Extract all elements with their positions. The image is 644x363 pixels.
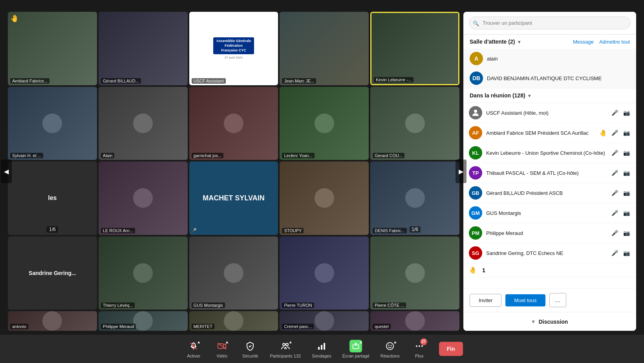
video-cell-meritet: MERITET [189, 311, 278, 331]
mute-status-uscf: 🎤 [610, 108, 619, 117]
hand-count-row: 🤚 1 [463, 263, 636, 277]
share-icon: ▲ [349, 340, 362, 352]
participant-uscf: USCF Assistant (Hôte, moi) 🎤 📷 [463, 103, 636, 123]
avatar-amblard-sidebar: AF [469, 126, 482, 139]
participant-gerard-sidebar: GB Gérard BILLAUD Président ASCB 🎤 📷 [463, 183, 636, 203]
svg-point-15 [416, 345, 417, 347]
reactions-label: Réactions [381, 354, 400, 358]
participant-name-gerard-sidebar: Gérard BILLAUD Président ASCB [486, 190, 606, 196]
video-cell-thierry: Thierry Lévéq... [99, 236, 188, 310]
participants-btn[interactable]: ▲ Participants 132 [266, 337, 305, 361]
discussion-bar[interactable]: ▾ Discussion [463, 312, 636, 331]
participant-name-sylvain: Sylvain H. et ... [10, 153, 43, 158]
participant-name-leclerc: Leclerc Yoan... [282, 153, 314, 158]
participant-name-uscf-sidebar: USCF Assistant (Hôte, moi) [486, 110, 606, 116]
video-status-uscf: 📷 [622, 108, 631, 117]
more-options-button[interactable]: ... [549, 293, 566, 307]
search-input[interactable] [469, 16, 631, 29]
video-grid: 🤚 Amblard Fabrice... Gérard BILLAUD... A… [8, 12, 459, 331]
participant-kevin-sidebar: KL Kevin Lebeurre - Union Sportive Chemi… [463, 143, 636, 163]
video-icon-philippe: 📷 [622, 229, 631, 237]
search-area [463, 12, 636, 35]
svg-point-17 [421, 345, 423, 347]
video-cell-garnichat: garnichat jos... [189, 87, 278, 160]
participant-name-uscf: USCF Assistant [192, 78, 226, 84]
waiting-name-david: DAVID BENJAMIN ATLANTIQUE DTC CYCLISME [487, 75, 602, 81]
meeting-chevron-icon[interactable]: ▾ [528, 93, 531, 99]
video-cell-kevin: Kevin Lebeurre -... [370, 12, 459, 85]
reactions-btn[interactable]: ▲ Réactions [377, 337, 404, 361]
video-cell-questel: questel [370, 311, 459, 331]
philippe-icons: 🎤 📷 [610, 229, 631, 237]
video-cell-denis: DENIS Fabric... 1/6 [370, 161, 459, 235]
share-label: Écran partagé [342, 354, 370, 358]
svg-point-14 [391, 345, 392, 346]
more-badge: 27 [420, 338, 427, 345]
page-indicator-left: 1/6 [47, 226, 58, 233]
admit-all-link[interactable]: Admettre tout [599, 39, 630, 45]
share-caret: ▲ [359, 340, 363, 344]
video-cell-leroux: LE ROUX Arn... [99, 161, 188, 235]
participant-name-thierry: Thierry Lévéq... [101, 302, 135, 308]
waiting-room-section: Salle d'attente (2) ▾ Message Admettre t… [463, 35, 636, 88]
participant-name-questel: questel [373, 324, 390, 329]
more-btn[interactable]: 27 Plus [407, 337, 432, 361]
video-cell-machet: MACHET SYLVAIN 🎤 [189, 161, 278, 235]
participant-name-sandrine-sidebar: Sandrine Gering, DTC Echecs NE [486, 250, 606, 256]
svg-point-7 [286, 343, 288, 346]
activate-btn[interactable]: ▲ Activer [181, 337, 206, 361]
participant-thibault-sidebar: TP Thibault PASCAL - SEM & ATL (Co-hôte)… [463, 163, 636, 183]
more-icon: 27 [413, 340, 426, 352]
waiting-room-title: Salle d'attente (2) ▾ [470, 38, 520, 45]
mic-icon-gerard: 🎤 [610, 189, 619, 197]
hand-raised-icon: 🤚 [10, 14, 19, 23]
video-icon-amblard: 📷 [622, 128, 631, 137]
svg-point-0 [474, 110, 477, 113]
participants-label: Participants 132 [270, 354, 301, 358]
waiting-chevron-icon[interactable]: ▾ [518, 39, 520, 45]
video-cell-les: les 1/6 [8, 161, 97, 235]
waiting-room-actions: Message Admettre tout [573, 39, 630, 45]
avatar-gus-sidebar: GM [469, 206, 482, 220]
video-btn[interactable]: ▲ Vidéo [209, 337, 234, 361]
end-meeting-button[interactable]: Fin [439, 342, 463, 356]
security-icon [244, 340, 256, 352]
invite-button[interactable]: Inviter [470, 294, 501, 307]
video-cell-sylvain: Sylvain H. et ... [8, 87, 97, 160]
participant-name-thibault-sidebar: Thibault PASCAL - SEM & ATL (Co-hôte) [486, 170, 606, 176]
mic-icon-amblard: 🎤 [610, 128, 619, 137]
security-btn[interactable]: Sécurité [238, 337, 263, 361]
discussion-label: Discussion [539, 319, 568, 325]
participant-name-gus-sidebar: GUS Montargis [486, 210, 606, 216]
surveys-btn[interactable]: Sondages [308, 337, 335, 361]
participant-name-gus2: GUS Montargis [192, 302, 225, 308]
video-label: Vidéo [216, 354, 227, 358]
reactions-icon: ▲ [384, 340, 396, 352]
video-caret: ▲ [225, 340, 229, 344]
video-cell-gus2: GUS Montargis [189, 236, 278, 310]
page-indicator-right: 1/6 [409, 226, 421, 233]
nav-next-button[interactable]: ▶ [456, 160, 467, 183]
hand-count-icon: 🤚 [469, 266, 477, 274]
video-cell-gerard2: Gerard COU... [370, 87, 459, 160]
participant-name-garnichat: garnichat jos... [192, 153, 224, 158]
security-label: Sécurité [242, 354, 258, 358]
participant-name-leroux: LE ROUX Arn... [101, 228, 135, 233]
mute-all-button[interactable]: Muet tous [505, 294, 545, 306]
video-icon: ▲ [216, 340, 228, 352]
nav-prev-button[interactable]: ◀ [1, 160, 12, 183]
video-icon-kevin: 📷 [622, 148, 631, 157]
svg-point-12 [386, 343, 393, 350]
video-icon-gerard: 📷 [622, 189, 631, 197]
waiting-user-alain: A alain [463, 49, 636, 68]
search-icon-wrap [469, 16, 631, 29]
video-cell-pierre: Pierre TURON [280, 236, 369, 310]
participant-name-amblard-sidebar: Amblard Fabrice SEM Président SCA Aurill… [486, 130, 595, 136]
share-btn[interactable]: ▲ Écran partagé [338, 337, 373, 361]
activate-label: Activer [187, 354, 200, 358]
message-link[interactable]: Message [573, 39, 594, 45]
avatar-alain: A [470, 52, 483, 65]
uscf-icons: 🎤 📷 [610, 108, 631, 117]
participant-philippe-sidebar: PM Philippe Meraud 🎤 📷 [463, 223, 636, 243]
participant-name-denis: DENIS Fabric... [373, 228, 406, 233]
